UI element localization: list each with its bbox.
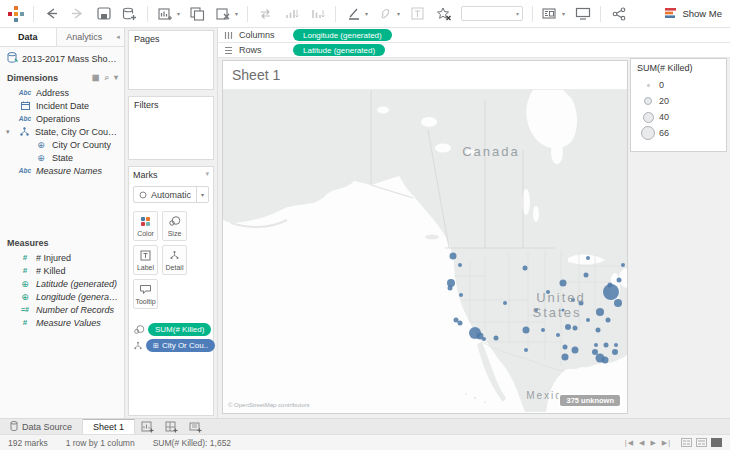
- field-item[interactable]: Incident Date: [0, 99, 124, 112]
- undo-icon[interactable]: [43, 5, 60, 22]
- map-mark[interactable]: [614, 343, 618, 347]
- map-mark[interactable]: [560, 280, 567, 287]
- show-labels-caret[interactable]: ▾: [562, 10, 565, 17]
- field-item[interactable]: ⊕City Or County: [0, 138, 124, 151]
- pane-menu-icon[interactable]: ◂: [112, 28, 124, 46]
- map-mark[interactable]: [565, 324, 571, 330]
- map-mark[interactable]: [458, 321, 463, 326]
- size-legend[interactable]: SUM(# Killed) 0204066: [630, 58, 727, 152]
- rows-shelf[interactable]: Rows Latitude (generated): [218, 43, 730, 58]
- rows-pill[interactable]: Latitude (generated): [293, 44, 385, 56]
- filters-shelf[interactable]: Filters: [128, 96, 214, 160]
- field-item[interactable]: AbcMeasure Names: [0, 164, 124, 177]
- fit-dropdown[interactable]: ▾: [461, 6, 523, 21]
- map-mark[interactable]: [608, 283, 613, 288]
- map-mark[interactable]: [563, 345, 568, 350]
- share-icon[interactable]: [610, 5, 627, 22]
- marks-card-caret[interactable]: ▾: [205, 170, 209, 180]
- map-mark[interactable]: [459, 293, 463, 297]
- map-mark[interactable]: [594, 343, 598, 347]
- legend-item[interactable]: 0: [637, 77, 720, 93]
- clear-sheet-icon[interactable]: [215, 5, 232, 22]
- text-label-icon[interactable]: [409, 5, 426, 22]
- field-item[interactable]: #Measure Values: [0, 316, 124, 329]
- save-icon[interactable]: [95, 5, 112, 22]
- detail-button[interactable]: Detail: [162, 245, 187, 275]
- map-mark[interactable]: [621, 263, 625, 267]
- sheet1-tab[interactable]: Sheet 1: [83, 419, 135, 434]
- detail-pill[interactable]: ⊞City Or Cou..: [146, 339, 215, 352]
- map-view[interactable]: CanadaUnitedStatesMexico © OpenStreetMap…: [223, 90, 627, 412]
- color-button[interactable]: Color: [133, 211, 158, 241]
- field-item[interactable]: ⊕Longitude (generated): [0, 290, 124, 303]
- field-item[interactable]: ## Injured: [0, 251, 124, 264]
- map-mark[interactable]: [606, 318, 611, 323]
- map-mark[interactable]: [612, 349, 618, 355]
- first-page-icon[interactable]: |◀: [625, 439, 634, 447]
- map-mark[interactable]: [614, 299, 622, 307]
- highlight-icon[interactable]: [345, 5, 362, 22]
- map-mark[interactable]: [454, 318, 459, 323]
- label-button[interactable]: Label: [133, 245, 158, 275]
- unknown-indicator[interactable]: 375 unknown: [558, 393, 622, 407]
- size-button[interactable]: Size: [162, 211, 187, 241]
- field-item[interactable]: AbcOperations: [0, 112, 124, 125]
- legend-item[interactable]: 20: [637, 93, 720, 109]
- fix-axes-icon[interactable]: [435, 5, 452, 22]
- map-mark[interactable]: [523, 327, 530, 334]
- map-mark[interactable]: [602, 357, 609, 364]
- map-mark[interactable]: [572, 347, 579, 354]
- size-pill[interactable]: SUM(# Killed): [148, 323, 211, 336]
- expand-caret-icon[interactable]: ▾: [6, 128, 13, 136]
- field-item[interactable]: =#Number of Records: [0, 303, 124, 316]
- find-field-icon[interactable]: ⌕: [105, 73, 109, 83]
- clear-sheet-caret[interactable]: ▾: [235, 10, 238, 17]
- view-options-icon[interactable]: ▦: [92, 73, 100, 83]
- map-mark[interactable]: [586, 318, 590, 322]
- field-item[interactable]: ## Killed: [0, 264, 124, 277]
- tooltip-button[interactable]: Tooltip: [133, 279, 158, 309]
- add-datasource-icon[interactable]: [121, 5, 138, 22]
- map-mark[interactable]: [494, 336, 499, 341]
- map-mark[interactable]: [604, 343, 609, 348]
- tableau-logo-icon[interactable]: [8, 6, 24, 22]
- last-page-icon[interactable]: ▶|: [662, 439, 671, 447]
- new-worksheet-icon[interactable]: [157, 5, 174, 22]
- new-worksheet-tab-icon[interactable]: [135, 419, 159, 434]
- tab-data[interactable]: Data: [0, 28, 57, 46]
- sort-ascending-icon[interactable]: [283, 5, 300, 22]
- tab-analytics[interactable]: Analytics: [57, 28, 113, 46]
- sheet-title[interactable]: Sheet 1: [223, 61, 627, 90]
- show-labels-icon[interactable]: [542, 5, 559, 22]
- presentation-mode-icon[interactable]: [574, 5, 591, 22]
- map-mark[interactable]: [592, 349, 598, 355]
- map-mark[interactable]: [503, 301, 507, 305]
- format-icon[interactable]: [377, 5, 394, 22]
- map-mark[interactable]: [448, 286, 453, 291]
- columns-shelf[interactable]: Columns Longitude (generated): [218, 28, 730, 43]
- map-mark[interactable]: [458, 263, 462, 267]
- highlight-caret[interactable]: ▾: [365, 10, 368, 17]
- mark-type-dropdown[interactable]: Automatic ▾: [133, 186, 209, 203]
- field-item[interactable]: ▾State, City Or County: [0, 125, 124, 138]
- map-mark[interactable]: [617, 278, 622, 283]
- map-mark[interactable]: [524, 348, 528, 352]
- next-page-icon[interactable]: ▶: [650, 439, 656, 447]
- new-dashboard-tab-icon[interactable]: [159, 419, 183, 434]
- field-item[interactable]: AbcAddress: [0, 86, 124, 99]
- swap-rows-columns-icon[interactable]: [257, 5, 274, 22]
- prev-page-icon[interactable]: ◀: [639, 439, 645, 447]
- map-mark[interactable]: [586, 256, 590, 260]
- new-story-tab-icon[interactable]: [183, 419, 207, 434]
- map-mark[interactable]: [450, 253, 457, 260]
- redo-icon[interactable]: [69, 5, 86, 22]
- data-source-tab[interactable]: Data Source: [0, 419, 83, 434]
- normal-view-icon[interactable]: [681, 438, 692, 447]
- map-mark[interactable]: [596, 308, 604, 316]
- map-mark[interactable]: [596, 328, 601, 333]
- filmstrip-view-icon[interactable]: [696, 438, 707, 447]
- show-me-button[interactable]: Show Me: [664, 7, 722, 21]
- columns-pill[interactable]: Longitude (generated): [293, 29, 392, 41]
- pane-dropdown-icon[interactable]: ▾: [114, 73, 118, 83]
- map-mark[interactable]: [523, 266, 528, 271]
